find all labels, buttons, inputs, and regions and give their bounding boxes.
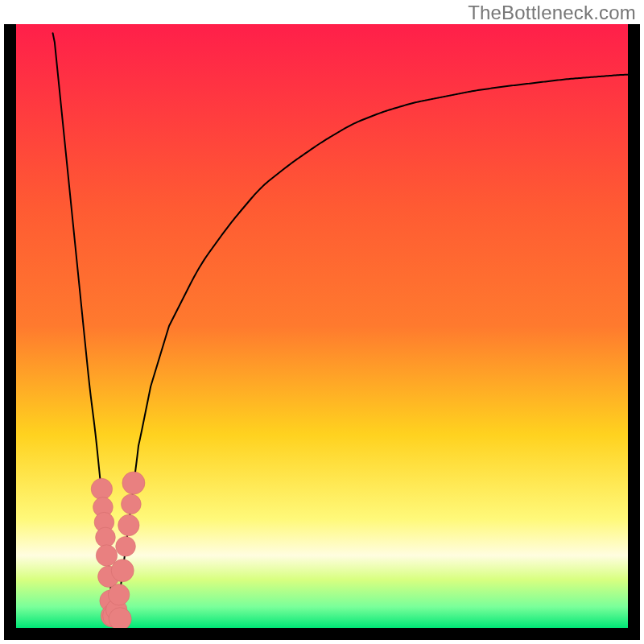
- watermark-text: TheBottleneck.com: [468, 2, 636, 24]
- curve-marker: [108, 584, 129, 605]
- curve-marker: [111, 559, 134, 582]
- curve-marker: [109, 608, 131, 628]
- curve-marker: [122, 494, 142, 514]
- chart-plot-area: [16, 24, 628, 628]
- curve-marker: [116, 536, 136, 556]
- curve-marker: [96, 527, 116, 547]
- curve-marker: [118, 514, 139, 535]
- curve-marker: [122, 472, 145, 494]
- chart-frame: [4, 24, 640, 640]
- curve-marker: [91, 478, 112, 499]
- chart-svg: [16, 24, 628, 628]
- chart-container: TheBottleneck.com: [0, 0, 644, 644]
